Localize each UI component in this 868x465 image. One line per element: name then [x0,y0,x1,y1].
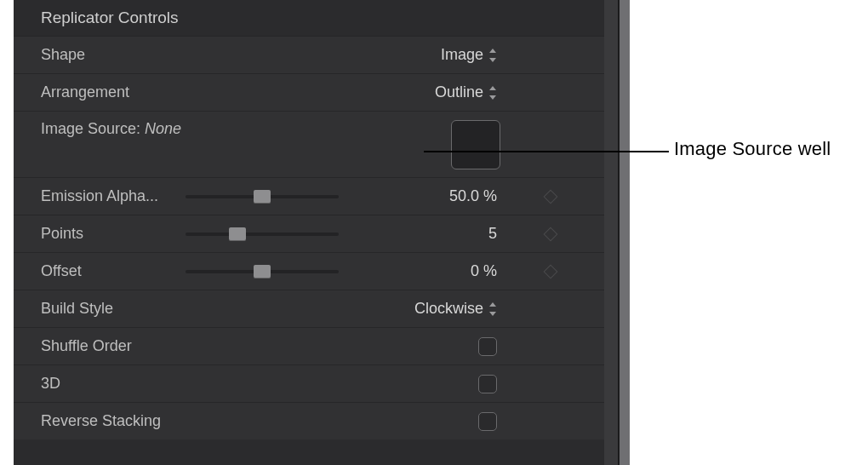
points-slider-thumb[interactable] [229,227,246,241]
3d-checkbox[interactable] [478,375,497,393]
keyframe-diamond-icon[interactable] [544,227,558,241]
callout-leader-line [424,151,669,152]
label-emission-alpha: Emission Alpha... [41,187,186,205]
updown-icon [488,302,497,316]
row-shape: Shape Image [14,36,618,73]
label-shuffle-order: Shuffle Order [41,337,186,355]
row-arrangement: Arrangement Outline [14,73,618,111]
shape-popup[interactable]: Image [356,46,500,64]
label-image-source: Image Source: None [41,120,186,138]
row-shuffle-order: Shuffle Order [14,327,618,365]
build-style-popup[interactable]: Clockwise [356,300,500,318]
row-points: Points 5 [14,215,618,252]
panel-right-edge [620,0,630,465]
keyframe-col [500,267,601,277]
updown-icon [488,49,497,62]
row-build-style: Build Style Clockwise [14,290,618,327]
keyframe-col [500,229,601,239]
3d-checkbox-col [356,375,500,393]
image-well-col [356,120,500,169]
offset-slider-col [186,270,356,273]
scroll-track[interactable] [604,0,618,465]
keyframe-col [500,192,601,202]
keyframe-diamond-icon[interactable] [544,264,558,278]
label-shape: Shape [41,46,186,64]
label-build-style: Build Style [41,300,186,318]
row-3d: 3D [14,365,618,402]
label-offset: Offset [41,262,186,280]
label-3d: 3D [41,375,186,393]
arrangement-popup-value: Outline [435,83,483,101]
row-offset: Offset 0 % [14,252,618,290]
inspector-panel: Replicator Controls Shape Image Arrangem… [14,0,620,465]
emission-slider[interactable] [186,195,339,198]
row-image-source: Image Source: None [14,111,618,177]
callout-label: Image Source well [674,138,831,160]
offset-slider-thumb[interactable] [254,265,271,278]
reverse-stacking-checkbox[interactable] [478,412,497,431]
section-title: Replicator Controls [14,0,618,36]
row-reverse-stacking: Reverse Stacking [14,402,618,439]
updown-icon [488,86,497,100]
points-slider-col [186,232,356,236]
build-style-popup-value: Clockwise [414,300,483,318]
row-emission-alpha: Emission Alpha... 50.0 % [14,177,618,215]
label-points: Points [41,225,186,243]
label-arrangement: Arrangement [41,83,186,101]
points-value: 5 [488,225,497,243]
image-source-well[interactable] [451,120,500,169]
emission-slider-thumb[interactable] [254,190,271,204]
shape-popup-value: Image [441,46,483,64]
points-slider[interactable] [186,232,339,236]
shuffle-checkbox-col [356,337,500,356]
offset-value: 0 % [471,262,497,280]
offset-value-field[interactable]: 0 % [356,262,500,280]
shuffle-order-checkbox[interactable] [478,337,497,356]
keyframe-diamond-icon[interactable] [544,189,558,204]
image-source-value: None [145,120,181,137]
label-reverse-stacking: Reverse Stacking [41,412,186,430]
points-value-field[interactable]: 5 [356,225,500,243]
image-source-label-text: Image Source: [41,120,145,137]
emission-value: 50.0 % [449,187,497,205]
emission-value-field[interactable]: 50.0 % [356,187,500,205]
arrangement-popup[interactable]: Outline [356,83,500,101]
emission-slider-col [186,195,356,198]
reverse-checkbox-col [356,412,500,431]
offset-slider[interactable] [186,270,339,273]
